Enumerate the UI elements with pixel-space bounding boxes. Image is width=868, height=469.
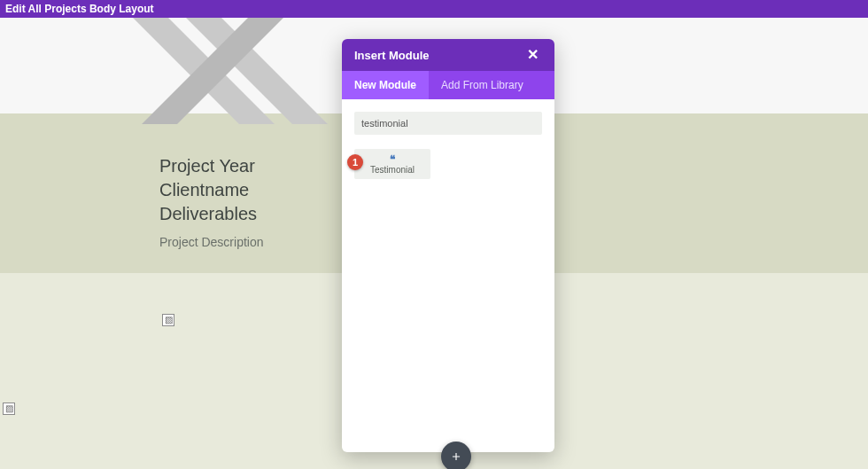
modal-tabs: New Module Add From Library [342,71,554,99]
project-client: Clientname [159,178,264,202]
project-year: Project Year [159,154,264,178]
plus-icon [450,450,462,463]
topbar-title: Edit All Projects Body Layout [5,3,154,15]
quote-icon: ❝ [390,154,395,165]
module-testimonial[interactable]: 1 ❝ Testimonial [354,149,430,179]
modal-title: Insert Module [354,49,430,62]
modal-header: Insert Module ✕ [342,39,554,71]
project-info-block: Project Year Clientname Deliverables Pro… [159,154,264,249]
tab-add-from-library[interactable]: Add From Library [429,71,536,99]
module-grid: 1 ❝ Testimonial [354,149,542,179]
close-icon[interactable]: ✕ [523,44,542,66]
broken-image-icon [3,403,15,415]
add-module-button[interactable] [441,442,471,469]
project-description: Project Description [159,235,264,249]
module-label: Testimonial [370,165,415,175]
broken-image-icon [162,314,174,326]
insert-module-modal: Insert Module ✕ New Module Add From Libr… [342,39,554,452]
module-search-input[interactable] [354,112,542,135]
modal-body: 1 ❝ Testimonial [342,99,554,452]
topbar: Edit All Projects Body Layout [0,0,868,18]
tab-new-module[interactable]: New Module [342,71,429,99]
project-deliverables: Deliverables [159,202,264,226]
annotation-badge: 1 [347,154,363,170]
